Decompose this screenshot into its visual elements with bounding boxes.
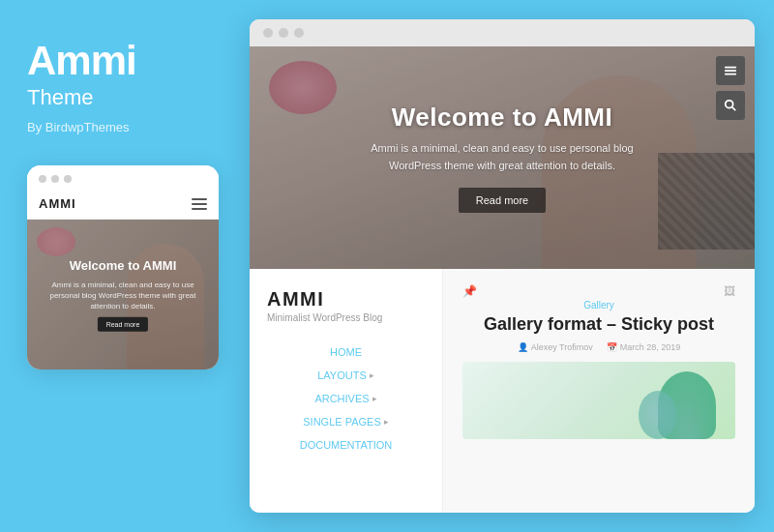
mobile-hero: Welcome to AMMI Ammi is a minimal, clean… [27,220,219,369]
svg-point-3 [726,101,733,108]
nav-item-single-pages[interactable]: SINGLE PAGES ▸ [267,410,425,433]
svg-rect-1 [725,70,736,72]
post-category: Gallery [462,300,735,310]
svg-line-4 [732,107,736,111]
desktop-hero-desc: Ammi is a minimal, clean and easy to use… [371,140,633,174]
mobile-hero-title: Welcome to AMMI [37,257,209,274]
site-panel: AMMI Minimalist WordPress Blog HOME LAYO… [250,269,443,513]
mobile-readmore-button[interactable]: Read more [98,317,149,332]
browser-dot-3 [294,28,304,38]
menu-icon [724,64,737,77]
desktop-nav-icons [716,56,745,120]
post-panel-top: 📌 🖼 [462,284,735,298]
mobile-dot-1 [39,175,46,183]
browser-content: Welcome to AMMI Ammi is a minimal, clean… [250,46,755,513]
sidebar-title: Ammi [27,39,213,83]
post-image [462,362,735,439]
mobile-logo: AMMI [39,196,76,211]
svg-rect-2 [725,74,736,75]
desktop-hero-content: Welcome to AMMI Ammi is a minimal, clean… [250,46,755,269]
pin-icon: 📌 [462,284,477,298]
nav-item-archives[interactable]: ARCHIVES ▸ [267,387,425,410]
mobile-header: AMMI [27,189,219,220]
site-logo: AMMI [267,288,425,310]
desktop-search-button[interactable] [716,91,745,120]
nav-item-layouts[interactable]: LAYOUTS ▸ [267,364,425,387]
mobile-hero-desc: Ammi is a minimal, clean and easy to use… [37,279,209,311]
bottom-panels: AMMI Minimalist WordPress Blog HOME LAYO… [250,269,755,513]
attachment-icon: 🖼 [724,284,735,298]
plant-image [658,371,716,439]
post-panel: 📌 🖼 Gallery Gallery format – Sticky post… [443,269,755,513]
desktop-hero-title: Welcome to AMMI [392,103,613,133]
sidebar-by: By BirdwpThemes [27,120,213,134]
single-pages-arrow: ▸ [384,417,389,427]
desktop-readmore-button[interactable]: Read more [459,188,546,213]
desktop-main: Welcome to AMMI Ammi is a minimal, clean… [250,46,755,513]
browser-bar [250,19,755,46]
site-nav: HOME LAYOUTS ▸ ARCHIVES ▸ SING [267,340,425,457]
mobile-dot-3 [64,175,72,183]
post-title[interactable]: Gallery format – Sticky post [462,314,735,335]
browser-dot-1 [263,28,273,38]
mobile-hero-text: Welcome to AMMI Ammi is a minimal, clean… [37,257,209,331]
mobile-preview-bar [27,165,219,189]
nav-item-documentation[interactable]: DOCUMENTATION [267,433,425,457]
main-area: Welcome to AMMI Ammi is a minimal, clean… [240,0,774,532]
post-meta: 👤 Alexey Trofimov 📅 March 28, 2019 [462,342,735,352]
desktop-menu-button[interactable] [716,56,745,85]
calendar-icon: 📅 [607,342,617,352]
search-icon [724,99,737,112]
browser-window: Welcome to AMMI Ammi is a minimal, clean… [250,19,755,513]
browser-dot-2 [279,28,288,38]
layouts-arrow: ▸ [370,370,374,380]
archives-arrow: ▸ [372,394,377,403]
svg-rect-0 [725,67,736,69]
desktop-hero: Welcome to AMMI Ammi is a minimal, clean… [250,46,755,269]
site-tagline: Minimalist WordPress Blog [267,312,425,323]
post-author: 👤 Alexey Trofimov [518,342,593,352]
person-icon: 👤 [518,342,528,352]
mobile-preview: AMMI Welcome to AMMI Ammi is a minimal, … [27,165,219,369]
sidebar-subtitle: Theme [27,85,213,110]
left-sidebar: Ammi Theme By BirdwpThemes AMMI Welcome … [0,0,240,532]
post-date: 📅 March 28, 2019 [607,342,681,352]
mobile-hamburger-icon[interactable] [192,198,207,210]
nav-item-home[interactable]: HOME [267,340,425,364]
mobile-dot-2 [51,175,59,183]
